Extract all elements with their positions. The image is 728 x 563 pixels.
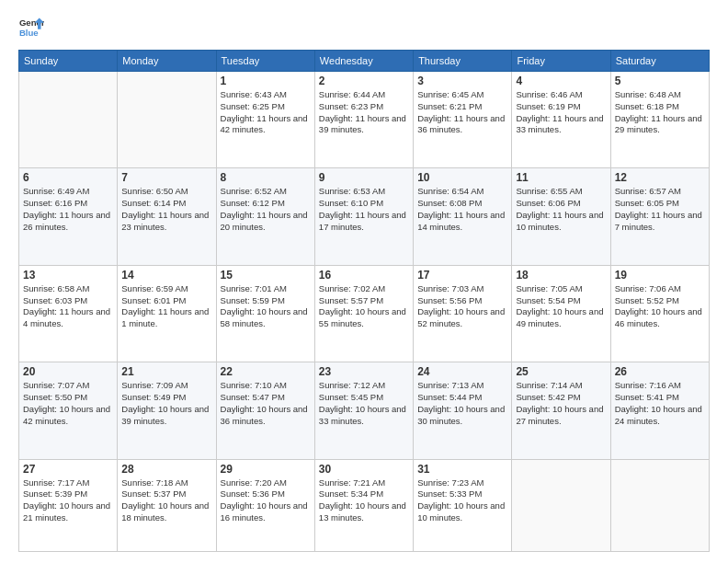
day-info: Sunrise: 6:49 AMSunset: 6:16 PMDaylight:… <box>23 186 113 233</box>
day-info: Sunrise: 7:18 AMSunset: 5:37 PMDaylight:… <box>121 477 211 524</box>
calendar-cell: 25Sunrise: 7:14 AMSunset: 5:42 PMDayligh… <box>512 362 610 459</box>
calendar-cell: 27Sunrise: 7:17 AMSunset: 5:39 PMDayligh… <box>19 459 118 551</box>
calendar-cell <box>512 459 610 551</box>
calendar-cell: 12Sunrise: 6:57 AMSunset: 6:05 PMDayligh… <box>610 168 709 265</box>
day-number: 14 <box>121 269 211 282</box>
calendar-week-row: 6Sunrise: 6:49 AMSunset: 6:16 PMDaylight… <box>19 168 710 265</box>
day-info: Sunrise: 6:53 AMSunset: 6:10 PMDaylight:… <box>319 186 409 233</box>
calendar-cell: 19Sunrise: 7:06 AMSunset: 5:52 PMDayligh… <box>610 265 709 362</box>
calendar-cell: 5Sunrise: 6:48 AMSunset: 6:18 PMDaylight… <box>610 72 709 168</box>
weekday-header: Thursday <box>414 51 512 72</box>
day-number: 25 <box>516 365 606 378</box>
day-number: 22 <box>221 365 311 378</box>
day-info: Sunrise: 6:45 AMSunset: 6:21 PMDaylight:… <box>417 89 507 136</box>
calendar-cell <box>610 459 709 551</box>
calendar-cell: 15Sunrise: 7:01 AMSunset: 5:59 PMDayligh… <box>216 265 314 362</box>
day-info: Sunrise: 7:01 AMSunset: 5:59 PMDaylight:… <box>221 283 311 330</box>
day-number: 9 <box>319 171 409 184</box>
day-info: Sunrise: 7:23 AMSunset: 5:33 PMDaylight:… <box>417 477 507 524</box>
day-number: 12 <box>615 171 705 184</box>
calendar-cell: 4Sunrise: 6:46 AMSunset: 6:19 PMDaylight… <box>512 72 610 168</box>
day-info: Sunrise: 7:05 AMSunset: 5:54 PMDaylight:… <box>516 283 606 330</box>
calendar-cell: 29Sunrise: 7:20 AMSunset: 5:36 PMDayligh… <box>216 459 314 551</box>
calendar-week-row: 20Sunrise: 7:07 AMSunset: 5:50 PMDayligh… <box>19 362 710 459</box>
day-info: Sunrise: 6:58 AMSunset: 6:03 PMDaylight:… <box>23 283 113 330</box>
day-info: Sunrise: 6:55 AMSunset: 6:06 PMDaylight:… <box>516 186 606 233</box>
day-info: Sunrise: 7:21 AMSunset: 5:34 PMDaylight:… <box>319 477 409 524</box>
day-number: 16 <box>319 269 409 282</box>
day-info: Sunrise: 6:52 AMSunset: 6:12 PMDaylight:… <box>221 186 311 233</box>
day-info: Sunrise: 7:06 AMSunset: 5:52 PMDaylight:… <box>615 283 705 330</box>
logo: General Blue <box>18 15 44 40</box>
day-number: 15 <box>221 269 311 282</box>
day-number: 20 <box>23 365 113 378</box>
calendar-cell: 10Sunrise: 6:54 AMSunset: 6:08 PMDayligh… <box>414 168 512 265</box>
page: General Blue SundayMondayTuesdayWednesda… <box>0 0 728 563</box>
calendar-cell: 13Sunrise: 6:58 AMSunset: 6:03 PMDayligh… <box>19 265 118 362</box>
day-number: 28 <box>121 463 211 476</box>
day-number: 13 <box>23 269 113 282</box>
calendar-week-row: 13Sunrise: 6:58 AMSunset: 6:03 PMDayligh… <box>19 265 710 362</box>
day-number: 17 <box>417 269 507 282</box>
calendar-table: SundayMondayTuesdayWednesdayThursdayFrid… <box>18 50 710 552</box>
calendar-cell: 8Sunrise: 6:52 AMSunset: 6:12 PMDaylight… <box>216 168 314 265</box>
calendar-cell: 2Sunrise: 6:44 AMSunset: 6:23 PMDaylight… <box>314 72 413 168</box>
calendar-cell <box>118 72 216 168</box>
calendar-cell: 6Sunrise: 6:49 AMSunset: 6:16 PMDaylight… <box>19 168 118 265</box>
header: General Blue <box>18 15 710 40</box>
day-info: Sunrise: 6:59 AMSunset: 6:01 PMDaylight:… <box>121 283 211 330</box>
day-number: 27 <box>23 463 113 476</box>
day-info: Sunrise: 7:16 AMSunset: 5:41 PMDaylight:… <box>615 380 705 427</box>
day-info: Sunrise: 6:50 AMSunset: 6:14 PMDaylight:… <box>121 186 211 233</box>
calendar-cell: 17Sunrise: 7:03 AMSunset: 5:56 PMDayligh… <box>414 265 512 362</box>
calendar-cell: 28Sunrise: 7:18 AMSunset: 5:37 PMDayligh… <box>118 459 216 551</box>
day-number: 11 <box>516 171 606 184</box>
calendar-cell: 9Sunrise: 6:53 AMSunset: 6:10 PMDaylight… <box>314 168 413 265</box>
calendar-cell: 24Sunrise: 7:13 AMSunset: 5:44 PMDayligh… <box>414 362 512 459</box>
day-info: Sunrise: 7:14 AMSunset: 5:42 PMDaylight:… <box>516 380 606 427</box>
calendar-cell: 21Sunrise: 7:09 AMSunset: 5:49 PMDayligh… <box>118 362 216 459</box>
day-info: Sunrise: 7:12 AMSunset: 5:45 PMDaylight:… <box>319 380 409 427</box>
day-number: 3 <box>417 75 507 87</box>
weekday-header: Sunday <box>19 51 118 72</box>
day-number: 1 <box>221 75 311 87</box>
calendar-cell: 30Sunrise: 7:21 AMSunset: 5:34 PMDayligh… <box>314 459 413 551</box>
day-info: Sunrise: 6:46 AMSunset: 6:19 PMDaylight:… <box>516 89 606 136</box>
calendar-cell: 18Sunrise: 7:05 AMSunset: 5:54 PMDayligh… <box>512 265 610 362</box>
day-info: Sunrise: 6:57 AMSunset: 6:05 PMDaylight:… <box>615 186 705 233</box>
svg-text:Blue: Blue <box>19 28 39 38</box>
day-number: 10 <box>417 171 507 184</box>
day-info: Sunrise: 6:43 AMSunset: 6:25 PMDaylight:… <box>221 89 311 136</box>
calendar-week-row: 1Sunrise: 6:43 AMSunset: 6:25 PMDaylight… <box>19 72 710 168</box>
calendar-cell: 20Sunrise: 7:07 AMSunset: 5:50 PMDayligh… <box>19 362 118 459</box>
day-info: Sunrise: 7:17 AMSunset: 5:39 PMDaylight:… <box>23 477 113 524</box>
day-info: Sunrise: 7:10 AMSunset: 5:47 PMDaylight:… <box>221 380 311 427</box>
day-number: 4 <box>516 75 606 87</box>
day-number: 6 <box>23 171 113 184</box>
weekday-header: Wednesday <box>314 51 413 72</box>
day-number: 24 <box>417 365 507 378</box>
calendar-cell: 22Sunrise: 7:10 AMSunset: 5:47 PMDayligh… <box>216 362 314 459</box>
calendar-header-row: SundayMondayTuesdayWednesdayThursdayFrid… <box>19 51 710 72</box>
day-info: Sunrise: 7:07 AMSunset: 5:50 PMDaylight:… <box>23 380 113 427</box>
weekday-header: Friday <box>512 51 610 72</box>
calendar-cell: 3Sunrise: 6:45 AMSunset: 6:21 PMDaylight… <box>414 72 512 168</box>
day-number: 21 <box>121 365 211 378</box>
day-number: 8 <box>221 171 311 184</box>
calendar-cell: 16Sunrise: 7:02 AMSunset: 5:57 PMDayligh… <box>314 265 413 362</box>
day-number: 5 <box>615 75 705 87</box>
calendar-cell: 7Sunrise: 6:50 AMSunset: 6:14 PMDaylight… <box>118 168 216 265</box>
weekday-header: Tuesday <box>216 51 314 72</box>
day-number: 29 <box>221 463 311 476</box>
day-number: 30 <box>319 463 409 476</box>
calendar-cell: 31Sunrise: 7:23 AMSunset: 5:33 PMDayligh… <box>414 459 512 551</box>
day-info: Sunrise: 7:02 AMSunset: 5:57 PMDaylight:… <box>319 283 409 330</box>
day-info: Sunrise: 6:48 AMSunset: 6:18 PMDaylight:… <box>615 89 705 136</box>
day-number: 7 <box>121 171 211 184</box>
calendar-cell: 26Sunrise: 7:16 AMSunset: 5:41 PMDayligh… <box>610 362 709 459</box>
calendar-cell: 1Sunrise: 6:43 AMSunset: 6:25 PMDaylight… <box>216 72 314 168</box>
calendar-cell: 11Sunrise: 6:55 AMSunset: 6:06 PMDayligh… <box>512 168 610 265</box>
day-info: Sunrise: 6:54 AMSunset: 6:08 PMDaylight:… <box>417 186 507 233</box>
day-info: Sunrise: 6:44 AMSunset: 6:23 PMDaylight:… <box>319 89 409 136</box>
calendar-cell <box>19 72 118 168</box>
